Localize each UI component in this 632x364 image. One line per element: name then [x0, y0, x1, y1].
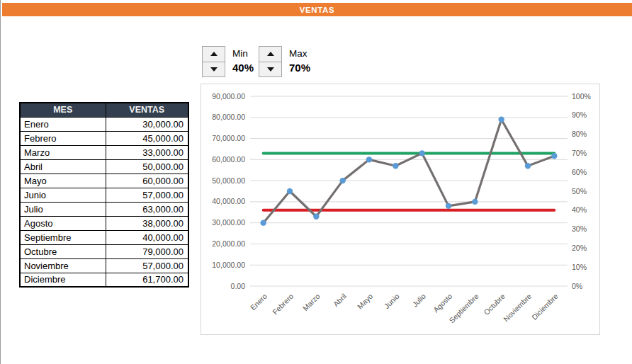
max-spinner-down-button[interactable]	[259, 62, 282, 78]
sales-chart[interactable]: 0.0010,000.0020,000.0030,000.0040,000.00…	[201, 84, 600, 335]
month-cell[interactable]: Agosto	[20, 216, 106, 230]
min-labels: Min 40%	[232, 46, 254, 77]
month-column-header[interactable]: MES	[20, 103, 106, 117]
sales-series-line	[264, 120, 555, 223]
right-axis-tick-label: 60%	[572, 168, 587, 176]
left-axis-tick-label: 0.00	[231, 282, 246, 290]
right-axis-tick-label: 100%	[572, 92, 591, 101]
table-row: Diciembre61,700.00	[20, 273, 188, 287]
data-point-marker	[366, 157, 372, 162]
window-left-border	[0, 0, 1, 364]
up-arrow-icon	[267, 52, 274, 56]
right-axis-tick-label: 70%	[572, 149, 587, 157]
table-row: Abril50,000.00	[20, 159, 188, 174]
month-cell[interactable]: Septiembre	[20, 230, 106, 244]
max-value: 70%	[289, 60, 310, 75]
x-axis-category-label: Enero	[249, 292, 269, 312]
max-spinner-group: Max 70%	[259, 46, 310, 77]
table-row: Julio63,000.00	[20, 202, 188, 216]
x-axis-category-label: Abril	[332, 292, 348, 308]
right-axis-tick-label: 40%	[572, 205, 587, 214]
data-point-marker	[339, 178, 345, 183]
sales-value-cell[interactable]: 57,000.00	[106, 188, 188, 202]
left-axis-tick-label: 10,000.00	[212, 261, 245, 269]
table-row: Enero30,000.00	[20, 117, 188, 131]
page-title: VENTAS	[300, 6, 334, 14]
data-point-marker	[287, 188, 293, 194]
table-row: Noviembre57,000.00	[20, 258, 188, 273]
right-axis-tick-label: 20%	[572, 244, 587, 252]
down-arrow-icon	[210, 67, 218, 72]
sales-value-cell[interactable]: 38,000.00	[106, 216, 188, 230]
sales-table: MES VENTAS Enero30,000.00Febrero45,000.0…	[19, 102, 189, 288]
sales-value-cell[interactable]: 57,000.00	[106, 258, 188, 273]
left-axis-tick-label: 70,000.00	[212, 134, 245, 142]
x-axis-category-label: Junio	[383, 292, 401, 310]
x-axis-category-label: Agosto	[431, 292, 454, 314]
table-row: Septiembre40,000.00	[20, 230, 188, 244]
table-row: Marzo33,000.00	[20, 145, 188, 159]
sales-value-cell[interactable]: 40,000.00	[106, 230, 188, 244]
month-cell[interactable]: Mayo	[20, 174, 106, 188]
table-row: Mayo60,000.00	[20, 174, 188, 188]
up-arrow-icon	[210, 52, 218, 56]
data-point-marker	[551, 153, 557, 159]
sales-value-cell[interactable]: 50,000.00	[106, 159, 188, 174]
sales-value-cell[interactable]: 63,000.00	[106, 202, 188, 216]
left-axis-tick-label: 60,000.00	[212, 155, 245, 164]
min-spinner	[202, 46, 225, 77]
month-cell[interactable]: Junio	[20, 188, 106, 202]
title-bar: VENTAS	[2, 3, 632, 16]
month-cell[interactable]: Marzo	[20, 145, 106, 159]
down-arrow-icon	[267, 67, 274, 72]
month-cell[interactable]: Abril	[20, 159, 106, 174]
max-spinner-up-button[interactable]	[259, 46, 282, 62]
sales-value-cell[interactable]: 61,700.00	[106, 273, 188, 287]
right-axis-tick-label: 50%	[572, 187, 587, 195]
data-point-marker	[498, 117, 504, 123]
data-point-marker	[393, 163, 398, 169]
x-axis-category-label: Marzo	[301, 292, 322, 312]
month-cell[interactable]: Enero	[20, 117, 106, 131]
data-point-marker	[419, 150, 424, 156]
month-cell[interactable]: Diciembre	[20, 273, 106, 287]
min-spinner-group: Min 40%	[202, 46, 254, 77]
data-point-marker	[446, 203, 451, 209]
min-spinner-down-button[interactable]	[202, 62, 225, 78]
right-axis-tick-label: 80%	[572, 130, 587, 138]
sales-value-cell[interactable]: 79,000.00	[106, 244, 188, 258]
x-axis-category-label: Mayo	[356, 292, 375, 311]
data-point-marker	[525, 163, 531, 169]
sales-value-cell[interactable]: 30,000.00	[106, 117, 188, 131]
x-axis-category-label: Octubre	[482, 292, 507, 317]
right-axis-tick-label: 0%	[572, 282, 582, 290]
right-axis-tick-label: 90%	[572, 110, 587, 119]
table-header-row: MES VENTAS	[20, 103, 188, 117]
min-value: 40%	[232, 60, 254, 75]
left-axis-tick-label: 90,000.00	[212, 92, 245, 101]
table-row: Agosto38,000.00	[20, 216, 188, 230]
month-cell[interactable]: Julio	[20, 202, 106, 216]
max-spinner	[259, 46, 282, 77]
sales-value-cell[interactable]: 45,000.00	[106, 131, 188, 145]
right-axis-tick-label: 10%	[572, 263, 587, 271]
table-row: Junio57,000.00	[20, 188, 188, 202]
left-axis-tick-label: 80,000.00	[212, 113, 245, 121]
min-spinner-up-button[interactable]	[202, 46, 225, 62]
x-axis-category-label: Febrero	[271, 292, 295, 317]
month-cell[interactable]: Noviembre	[20, 258, 106, 273]
month-cell[interactable]: Octubre	[20, 244, 106, 258]
max-labels: Max 70%	[289, 46, 310, 77]
line-chart-canvas: 0.0010,000.0020,000.0030,000.0040,000.00…	[201, 84, 599, 334]
x-axis-category-label: Noviembre	[502, 292, 533, 323]
sales-column-header[interactable]: VENTAS	[106, 103, 188, 117]
sales-value-cell[interactable]: 60,000.00	[106, 174, 188, 188]
data-point-marker	[313, 214, 319, 220]
table-row: Octubre79,000.00	[20, 244, 188, 258]
left-axis-tick-label: 30,000.00	[212, 218, 245, 227]
sales-value-cell[interactable]: 33,000.00	[106, 145, 188, 159]
month-cell[interactable]: Febrero	[20, 131, 106, 145]
table-row: Febrero45,000.00	[20, 131, 188, 145]
min-caption: Min	[232, 47, 254, 60]
x-axis-category-label: Julio	[410, 292, 427, 309]
